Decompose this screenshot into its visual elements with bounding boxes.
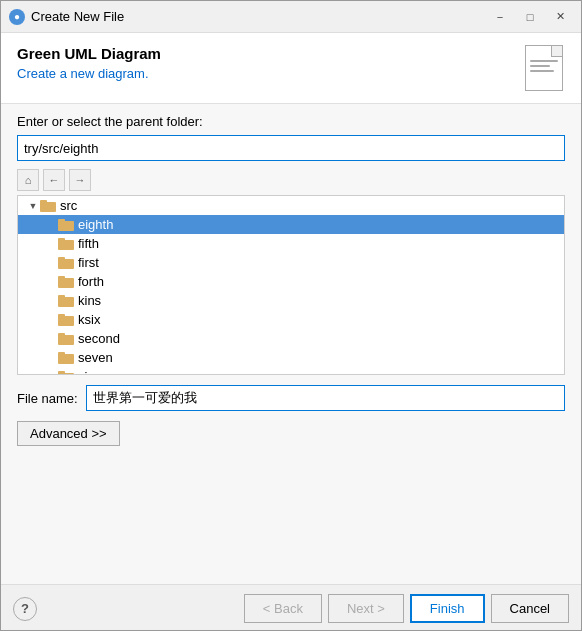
tree-toggle-icon[interactable] (44, 351, 58, 365)
tree-toggle-icon[interactable] (44, 313, 58, 327)
folder-icon (58, 332, 74, 345)
tree-item-label: eighth (78, 217, 113, 232)
window-title: Create New File (31, 9, 124, 24)
body-section: Enter or select the parent folder: ⌂ ← →… (1, 104, 581, 584)
window-controls: − □ ✕ (487, 6, 573, 28)
minimize-button[interactable]: − (487, 6, 513, 28)
tree-item-label: src (60, 198, 77, 213)
cancel-button[interactable]: Cancel (491, 594, 569, 623)
tree-item[interactable]: second (18, 329, 564, 348)
tree-item[interactable]: fifth (18, 234, 564, 253)
tree-item[interactable]: kins (18, 291, 564, 310)
tree-toggle-icon[interactable] (44, 275, 58, 289)
title-bar-left: ● Create New File (9, 9, 124, 25)
doc-line-3 (530, 70, 554, 72)
tree-item-label: seven (78, 350, 113, 365)
folder-icon (58, 275, 74, 288)
tree-item-label: kins (78, 293, 101, 308)
nav-bar: ⌂ ← → (17, 169, 565, 191)
bottom-bar: ? < Back Next > Finish Cancel (1, 584, 581, 631)
app-icon: ● (9, 9, 25, 25)
folder-icon (58, 256, 74, 269)
tree-toggle-icon[interactable]: ▼ (26, 199, 40, 213)
back-button[interactable]: < Back (244, 594, 322, 623)
tree-item[interactable]: first (18, 253, 564, 272)
folder-icon (58, 218, 74, 231)
close-button[interactable]: ✕ (547, 6, 573, 28)
tree-item-label: first (78, 255, 99, 270)
tree-item-label: second (78, 331, 120, 346)
home-nav-button[interactable]: ⌂ (17, 169, 39, 191)
path-input-container (17, 135, 565, 161)
header-text: Green UML Diagram Create a new diagram. (17, 45, 161, 81)
folder-icon (58, 237, 74, 250)
folder-tree[interactable]: ▼srceighthfifthfirstforthkinsksixseconds… (17, 195, 565, 375)
tree-toggle-icon[interactable] (44, 237, 58, 251)
wizard-icon (517, 45, 565, 93)
doc-line-2 (530, 65, 550, 67)
tree-toggle-icon[interactable] (44, 294, 58, 308)
filename-label: File name: (17, 391, 78, 406)
tree-toggle-icon[interactable] (44, 332, 58, 346)
document-icon (525, 45, 563, 91)
doc-line-1 (530, 60, 558, 62)
wizard-subtitle: Create a new diagram. (17, 66, 161, 81)
folder-icon (58, 370, 74, 375)
tree-toggle-icon[interactable] (44, 256, 58, 270)
tree-item[interactable]: seven (18, 348, 564, 367)
folder-icon (40, 199, 56, 212)
title-bar: ● Create New File − □ ✕ (1, 1, 581, 33)
tree-item-label: fifth (78, 236, 99, 251)
tree-item[interactable]: six (18, 367, 564, 375)
filename-input[interactable] (86, 385, 565, 411)
back-nav-button[interactable]: ← (43, 169, 65, 191)
tree-item[interactable]: eighth (18, 215, 564, 234)
tree-toggle-icon[interactable] (44, 370, 58, 376)
wizard-title: Green UML Diagram (17, 45, 161, 62)
maximize-button[interactable]: □ (517, 6, 543, 28)
folder-icon (58, 313, 74, 326)
folder-path-input[interactable] (17, 135, 565, 161)
folder-icon (58, 351, 74, 364)
tree-item-label: forth (78, 274, 104, 289)
folder-label: Enter or select the parent folder: (17, 114, 565, 129)
tree-toggle-icon[interactable] (44, 218, 58, 232)
bottom-right: < Back Next > Finish Cancel (244, 594, 569, 623)
tree-item[interactable]: ksix (18, 310, 564, 329)
finish-button[interactable]: Finish (410, 594, 485, 623)
main-content: Green UML Diagram Create a new diagram. … (1, 33, 581, 631)
tree-item-label: ksix (78, 312, 100, 327)
help-button[interactable]: ? (13, 597, 37, 621)
folder-icon (58, 294, 74, 307)
advanced-button[interactable]: Advanced >> (17, 421, 120, 446)
tree-item[interactable]: ▼src (18, 196, 564, 215)
filename-row: File name: (17, 385, 565, 411)
forward-nav-button[interactable]: → (69, 169, 91, 191)
tree-item[interactable]: forth (18, 272, 564, 291)
bottom-left: ? (13, 597, 37, 621)
next-button[interactable]: Next > (328, 594, 404, 623)
header-section: Green UML Diagram Create a new diagram. (1, 33, 581, 104)
tree-item-label: six (78, 369, 94, 375)
